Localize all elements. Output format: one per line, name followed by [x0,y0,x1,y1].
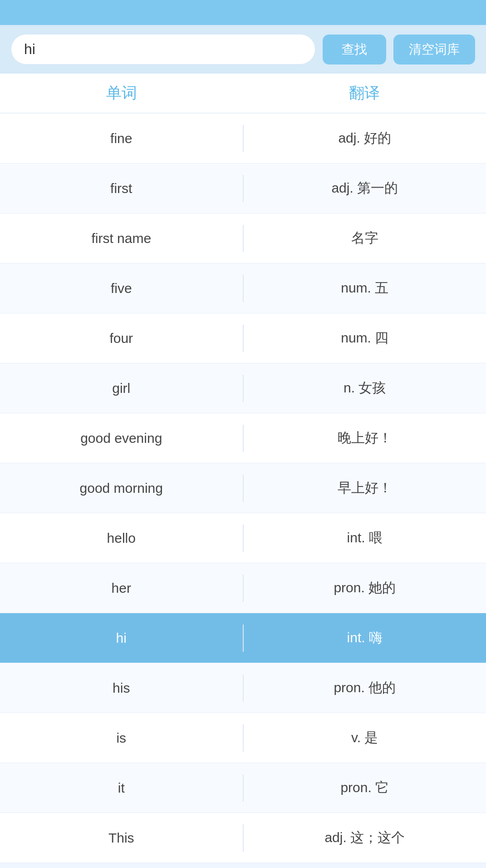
search-input[interactable] [24,41,302,58]
translation-cell: pron. 他的 [244,668,486,708]
translation-cell: num. 五 [244,268,486,308]
table-header: 单词 翻译 [0,74,486,114]
word-cell: hello [0,520,243,557]
translation-cell: pron. 她的 [244,568,486,608]
word-cell: good evening [0,420,243,457]
translation-cell: 名字 [244,218,486,258]
word-cell: five [0,270,243,307]
word-cell: good morning [0,470,243,507]
translation-column-header: 翻译 [243,83,486,104]
table-row[interactable]: firstadj. 第一的 [0,164,486,213]
word-cell: girl [0,370,243,407]
table-row[interactable]: good evening晚上好！ [0,413,486,463]
table-row[interactable]: herpron. 她的 [0,563,486,613]
word-cell: four [0,320,243,357]
word-cell: hi [0,620,243,657]
translation-cell: int. 喂 [244,518,486,558]
table-row[interactable]: itpron. 它 [0,763,486,813]
translation-cell: adj. 好的 [244,118,486,159]
table-row[interactable]: fivenum. 五 [0,263,486,313]
table-row[interactable]: hispron. 他的 [0,663,486,713]
search-area: 查找 清空词库 [0,25,486,74]
table-row[interactable]: first name名字 [0,213,486,263]
table-row[interactable]: helloint. 喂 [0,513,486,563]
table-row[interactable]: fournum. 四 [0,313,486,363]
table-row[interactable]: isv. 是 [0,713,486,763]
translation-cell: int. 嗨 [244,618,486,658]
clear-button[interactable]: 清空词库 [393,35,475,64]
search-button[interactable]: 查找 [323,35,386,64]
table-row[interactable]: girln. 女孩 [0,363,486,413]
word-cell: first name [0,220,243,257]
translation-cell: n. 女孩 [244,368,486,408]
top-bar [0,0,486,25]
word-cell: his [0,670,243,707]
word-cell: it [0,769,243,807]
translation-cell: v. 是 [244,718,486,758]
word-cell: her [0,570,243,607]
table-row[interactable]: good morning早上好！ [0,463,486,513]
translation-cell: num. 四 [244,318,486,358]
translation-cell: adj. 这；这个 [244,818,486,858]
search-input-wrapper [11,34,315,64]
word-cell: fine [0,120,243,157]
translation-cell: 早上好！ [244,468,486,508]
word-cell: first [0,170,243,207]
word-column-header: 单词 [0,83,243,104]
table-row[interactable]: hiint. 嗨 [0,613,486,663]
table-row[interactable]: Thisadj. 这；这个 [0,813,486,863]
word-cell: is [0,719,243,757]
word-cell: This [0,819,243,857]
translation-cell: 晚上好！ [244,418,486,458]
table-row[interactable]: fineadj. 好的 [0,114,486,164]
translation-cell: adj. 第一的 [244,168,486,208]
translation-cell: pron. 它 [244,768,486,808]
word-list: fineadj. 好的firstadj. 第一的first name名字five… [0,114,486,863]
